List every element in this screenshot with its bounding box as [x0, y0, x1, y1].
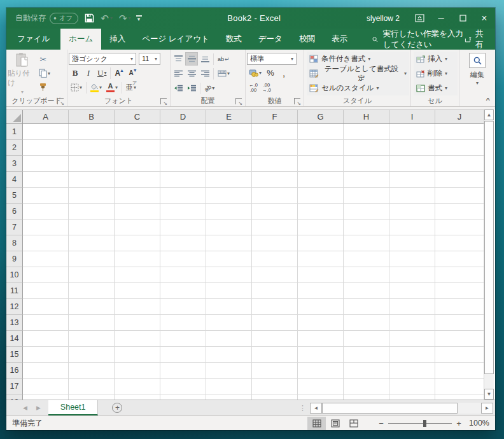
cell-D12[interactable]	[160, 299, 206, 315]
cell-C12[interactable]	[115, 299, 160, 315]
cell-I18[interactable]	[389, 394, 435, 400]
cell-H15[interactable]	[344, 347, 389, 363]
customize-qat-button[interactable]: ▾	[136, 15, 142, 21]
cell-styles-button[interactable]: セルのスタイル ▾	[307, 81, 409, 95]
save-button[interactable]	[85, 13, 94, 23]
column-header-B[interactable]: B	[69, 110, 115, 123]
cell-I7[interactable]	[389, 220, 435, 235]
font-size-select[interactable]: 11 ▾	[139, 53, 160, 65]
share-button[interactable]: 共有	[465, 29, 496, 50]
scroll-left-button[interactable]: ◄	[310, 403, 322, 414]
wrap-text-button[interactable]: ab↵	[216, 52, 232, 66]
cell-D8[interactable]	[160, 235, 206, 251]
cell-G4[interactable]	[298, 172, 344, 188]
format-painter-button[interactable]	[37, 81, 50, 94]
align-bottom-button[interactable]	[199, 52, 211, 66]
cell-D4[interactable]	[160, 172, 206, 188]
cell-F13[interactable]	[252, 315, 298, 331]
cell-I13[interactable]	[389, 315, 435, 331]
ribbon-display-options-button[interactable]	[409, 8, 430, 29]
cell-A4[interactable]	[23, 172, 69, 188]
cell-D14[interactable]	[160, 331, 206, 347]
align-middle-button[interactable]	[185, 52, 198, 66]
row-header-14[interactable]: 14	[6, 331, 23, 347]
select-all-button[interactable]	[6, 110, 23, 123]
cell-C13[interactable]	[115, 315, 160, 331]
fill-color-button[interactable]: ▾	[88, 81, 104, 94]
cell-F9[interactable]	[252, 251, 298, 267]
cell-B8[interactable]	[69, 235, 115, 251]
cell-H5[interactable]	[344, 188, 389, 204]
cell-E16[interactable]	[206, 363, 252, 379]
cell-D7[interactable]	[160, 220, 206, 235]
cell-A5[interactable]	[23, 188, 69, 204]
decrease-font-button[interactable]: A▼	[127, 66, 139, 80]
cell-A1[interactable]	[23, 124, 69, 140]
cell-G9[interactable]	[298, 251, 344, 267]
phonetic-button[interactable]: 亜 ア ▾	[124, 81, 138, 94]
cell-J11[interactable]	[435, 283, 484, 299]
cell-A17[interactable]	[23, 379, 69, 394]
cell-C11[interactable]	[115, 283, 160, 299]
cell-I1[interactable]	[389, 124, 435, 140]
cell-J17[interactable]	[435, 379, 484, 394]
cell-G10[interactable]	[298, 267, 344, 283]
scroll-down-button[interactable]: ▼	[484, 389, 494, 400]
cell-F12[interactable]	[252, 299, 298, 315]
row-header-13[interactable]: 13	[6, 315, 23, 331]
cell-J18[interactable]	[435, 394, 484, 400]
cell-J14[interactable]	[435, 331, 484, 347]
increase-font-button[interactable]: A▲	[113, 66, 126, 80]
cell-I10[interactable]	[389, 267, 435, 283]
cell-F10[interactable]	[252, 267, 298, 283]
cell-G12[interactable]	[298, 299, 344, 315]
cell-G7[interactable]	[298, 220, 344, 235]
cell-E11[interactable]	[206, 283, 252, 299]
zoom-level[interactable]: 100%	[466, 419, 495, 428]
vertical-scrollbar[interactable]: ▲ ▼	[484, 109, 494, 400]
sheet-tab-Sheet1[interactable]: Sheet1	[48, 400, 99, 415]
cell-E10[interactable]	[206, 267, 252, 283]
cell-H10[interactable]	[344, 267, 389, 283]
cell-E2[interactable]	[206, 140, 252, 156]
cell-D1[interactable]	[160, 124, 206, 140]
cell-B6[interactable]	[69, 204, 115, 220]
align-center-button[interactable]	[185, 67, 198, 80]
cell-J8[interactable]	[435, 235, 484, 251]
cell-D15[interactable]	[160, 347, 206, 363]
scroll-right-button[interactable]: ►	[481, 403, 493, 414]
cell-F8[interactable]	[252, 235, 298, 251]
cell-H2[interactable]	[344, 140, 389, 156]
cell-G2[interactable]	[298, 140, 344, 156]
cut-button[interactable]: ✂	[37, 53, 50, 66]
cell-B17[interactable]	[69, 379, 115, 394]
horizontal-scroll-track[interactable]	[322, 403, 481, 414]
cell-B10[interactable]	[69, 267, 115, 283]
cell-C6[interactable]	[115, 204, 160, 220]
row-header-1[interactable]: 1	[6, 124, 23, 140]
cell-F16[interactable]	[252, 363, 298, 379]
cell-F1[interactable]	[252, 124, 298, 140]
tab-数式[interactable]: 数式	[218, 29, 250, 50]
cell-E13[interactable]	[206, 315, 252, 331]
cell-C1[interactable]	[115, 124, 160, 140]
cell-J13[interactable]	[435, 315, 484, 331]
cell-H16[interactable]	[344, 363, 389, 379]
redo-button[interactable]: ↷ ▾	[119, 13, 131, 24]
cell-F4[interactable]	[252, 172, 298, 188]
cell-A14[interactable]	[23, 331, 69, 347]
column-header-D[interactable]: D	[160, 110, 206, 123]
borders-button[interactable]: ▾	[69, 81, 84, 94]
cell-I4[interactable]	[389, 172, 435, 188]
cell-C5[interactable]	[115, 188, 160, 204]
number-format-select[interactable]: 標準 ▾	[247, 53, 297, 65]
cell-G3[interactable]	[298, 156, 344, 172]
row-header-2[interactable]: 2	[6, 140, 23, 156]
cell-A6[interactable]	[23, 204, 69, 220]
row-header-10[interactable]: 10	[6, 267, 23, 283]
column-header-J[interactable]: J	[435, 110, 484, 123]
tab-ページ レイアウト[interactable]: ページ レイアウト	[134, 29, 218, 50]
column-header-C[interactable]: C	[115, 110, 160, 123]
cell-G6[interactable]	[298, 204, 344, 220]
cell-I9[interactable]	[389, 251, 435, 267]
